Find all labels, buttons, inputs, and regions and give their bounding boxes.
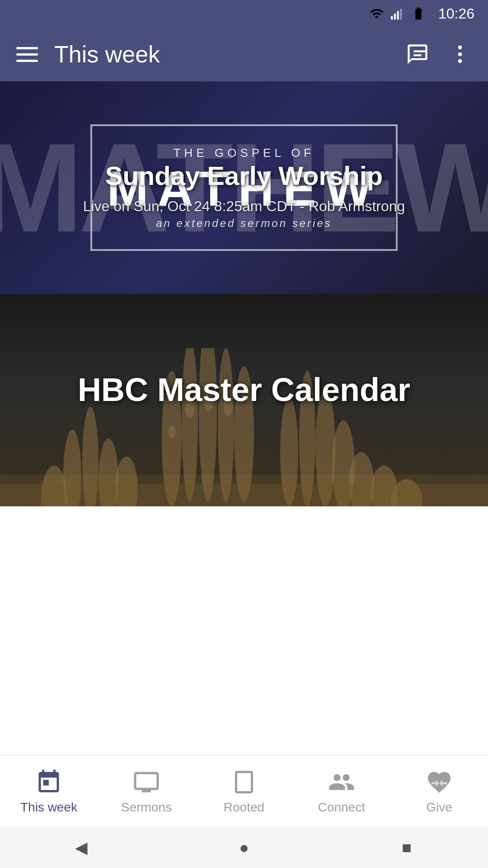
svg-point-7 — [458, 52, 462, 57]
nav-label-this-week: This week — [20, 800, 77, 815]
nav-label-rooted: Rooted — [224, 800, 264, 815]
content-area — [0, 506, 488, 737]
book-nav-icon — [230, 769, 258, 796]
svg-rect-4 — [413, 50, 425, 52]
monitor-nav-icon — [133, 769, 160, 796]
nav-item-give[interactable]: Give — [390, 769, 488, 815]
group-nav-icon — [328, 769, 355, 796]
svg-rect-0 — [391, 16, 393, 19]
home-button[interactable]: ● — [230, 834, 258, 861]
svg-rect-2 — [397, 11, 399, 20]
wifi-icon — [370, 6, 384, 21]
nav-item-sermons[interactable]: Sermons — [98, 769, 195, 815]
header-right — [406, 42, 472, 66]
svg-rect-1 — [394, 14, 396, 19]
sermon-overlay: Sunday Early Worship Live on Sun, Oct 24… — [83, 160, 405, 215]
nav-label-connect: Connect — [318, 800, 365, 815]
nav-item-this-week[interactable]: This week — [0, 769, 98, 815]
app-header: This week — [0, 27, 488, 81]
nav-item-connect[interactable]: Connect — [293, 769, 390, 815]
svg-point-6 — [458, 46, 462, 50]
svg-rect-3 — [400, 9, 402, 19]
svg-rect-31 — [0, 475, 488, 506]
back-button[interactable]: ◀ — [68, 834, 95, 861]
sermon-card[interactable]: MATHEW THE GOSPEL OF MATHEW an extended … — [0, 81, 488, 294]
signal-icon — [390, 6, 405, 21]
calendar-card[interactable]: HBC Master Calendar — [0, 294, 488, 506]
chat-icon[interactable] — [406, 42, 429, 66]
header-left: This week — [16, 41, 160, 68]
sermon-subtitle: Live on Sun, Oct 24 8:25am CDT - Rob Arm… — [83, 198, 405, 215]
give-nav-icon — [426, 769, 453, 796]
battery-icon — [411, 6, 426, 21]
nav-label-give: Give — [426, 800, 452, 815]
header-title: This week — [54, 41, 160, 68]
calendar-nav-icon — [35, 769, 62, 796]
bottom-nav: This week Sermons Rooted Connect Give — [0, 755, 488, 827]
sermon-main-title: Sunday Early Worship — [83, 160, 405, 191]
svg-point-30 — [169, 425, 176, 439]
recent-button[interactable]: ■ — [393, 834, 420, 861]
nav-label-sermons: Sermons — [121, 800, 172, 815]
nav-item-rooted[interactable]: Rooted — [195, 769, 293, 815]
svg-rect-5 — [413, 54, 421, 56]
system-nav: ◀ ● ■ — [0, 827, 488, 868]
calendar-title: HBC Master Calendar — [78, 371, 410, 408]
status-icons — [370, 6, 426, 21]
menu-button[interactable] — [16, 47, 38, 62]
svg-point-8 — [458, 59, 462, 63]
status-time: 10:26 — [438, 5, 474, 22]
status-bar: 10:26 — [0, 0, 488, 27]
more-icon[interactable] — [448, 42, 472, 66]
gospel-of-text: THE GOSPEL OF — [174, 146, 315, 160]
series-text: an extended sermon series — [156, 217, 332, 230]
